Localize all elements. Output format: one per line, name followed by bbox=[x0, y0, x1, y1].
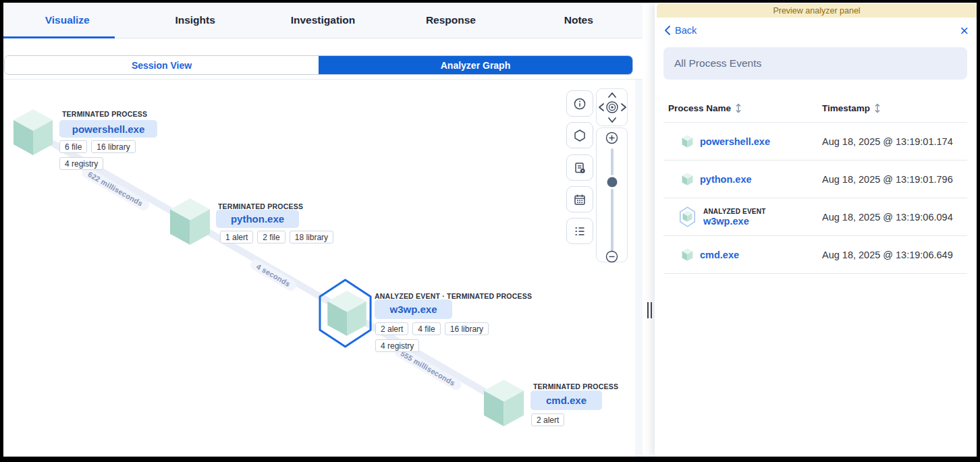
process-link[interactable]: cmd.exe bbox=[700, 250, 739, 260]
plus-circle-icon bbox=[605, 132, 618, 144]
process-cube-icon[interactable] bbox=[12, 109, 54, 156]
node-type-label: TERMINATED PROCESS bbox=[533, 382, 618, 391]
preview-panel-banner: Preview analyzer panel bbox=[657, 3, 977, 18]
process-cube-icon bbox=[682, 173, 693, 185]
table-row: ANALYZED EVENT w3wp.exe Aug 18, 2025 @ 1… bbox=[663, 198, 967, 236]
analyzed-event-label: ANALYZED EVENT bbox=[703, 208, 765, 215]
timestamp: Aug 18, 2025 @ 13:19:01.174 bbox=[822, 136, 953, 147]
zoom-slider-panel bbox=[596, 127, 628, 262]
alert-count-badge[interactable]: 2 alert bbox=[375, 322, 408, 335]
timestamp: Aug 18, 2025 @ 13:19:06.094 bbox=[822, 212, 953, 223]
minus-circle-icon bbox=[605, 250, 618, 263]
hexagon-icon bbox=[573, 129, 587, 142]
session-view-button[interactable]: Session View bbox=[5, 56, 319, 74]
process-name-button[interactable]: powershell.exe bbox=[59, 120, 157, 138]
column-header-process-name[interactable]: Process Name bbox=[663, 103, 822, 113]
view-toggle-group: Session View Analyzer Graph bbox=[4, 55, 633, 75]
process-cube-icon[interactable] bbox=[326, 290, 368, 337]
scrollbar-track[interactable] bbox=[635, 80, 643, 457]
node-badges: 2 alert 4 file 16 library 4 registry bbox=[375, 322, 490, 352]
process-name-button[interactable]: cmd.exe bbox=[530, 391, 602, 410]
node-badges: 6 file 16 library 4 registry bbox=[59, 140, 142, 170]
registry-count-badge[interactable]: 4 registry bbox=[375, 339, 419, 352]
zoom-in-button[interactable] bbox=[605, 132, 618, 144]
node-legend-button[interactable] bbox=[566, 218, 593, 244]
column-label: Process Name bbox=[668, 103, 731, 113]
schema-info-button[interactable] bbox=[566, 90, 593, 117]
node-badges: 2 alert bbox=[531, 413, 564, 426]
column-header-timestamp[interactable]: Timestamp bbox=[822, 103, 881, 113]
sort-arrows-icon bbox=[874, 103, 881, 113]
tab-visualize[interactable]: Visualize bbox=[3, 3, 131, 38]
tab-bar: Visualize Insights Investigation Respons… bbox=[3, 3, 643, 38]
source-config-button[interactable] bbox=[566, 154, 593, 181]
zoom-out-button[interactable] bbox=[605, 250, 618, 263]
file-count-badge[interactable]: 2 file bbox=[257, 231, 285, 243]
tab-notes[interactable]: Notes bbox=[515, 3, 643, 38]
view-toggle-row: Session View Analyzer Graph bbox=[3, 38, 643, 80]
timestamp: Aug 18, 2025 @ 13:19:06.649 bbox=[822, 250, 953, 260]
target-icon bbox=[605, 100, 620, 115]
date-picker-button[interactable] bbox=[566, 186, 593, 212]
alert-count-badge[interactable]: 2 alert bbox=[531, 413, 564, 426]
process-link[interactable]: python.exe bbox=[700, 174, 752, 185]
pan-right-button[interactable] bbox=[621, 103, 626, 111]
document-details-left-section: Visualize Insights Investigation Respons… bbox=[3, 3, 643, 457]
alert-count-badge[interactable]: 1 alert bbox=[220, 231, 253, 243]
pan-left-button[interactable] bbox=[599, 103, 604, 111]
column-label: Timestamp bbox=[822, 103, 870, 113]
library-count-badge[interactable]: 18 library bbox=[290, 231, 333, 243]
file-count-badge[interactable]: 4 file bbox=[412, 322, 440, 335]
node-type-label: TERMINATED PROCESS bbox=[62, 110, 147, 118]
tab-response[interactable]: Response bbox=[387, 3, 514, 38]
panel-title: All Process Events bbox=[663, 47, 967, 80]
chevron-left-icon bbox=[664, 26, 670, 35]
process-events-table: Process Name Timestamp bbox=[663, 94, 967, 274]
panel-header-row: Back × bbox=[655, 25, 977, 42]
tab-investigation[interactable]: Investigation bbox=[259, 3, 387, 38]
calendar-icon bbox=[573, 193, 587, 206]
zoom-slider-track[interactable] bbox=[611, 148, 614, 252]
table-row: cmd.exe Aug 18, 2025 @ 13:19:06.649 bbox=[663, 236, 967, 274]
process-cube-icon bbox=[682, 135, 693, 148]
panel-resize-handle[interactable] bbox=[647, 301, 653, 319]
table-header-row: Process Name Timestamp bbox=[663, 94, 967, 123]
document-gear-icon bbox=[573, 161, 587, 175]
process-link[interactable]: powershell.exe bbox=[700, 136, 770, 147]
analyzer-graph-button[interactable]: Analyzer Graph bbox=[319, 56, 632, 74]
pan-up-button[interactable] bbox=[608, 92, 616, 98]
process-name-button[interactable]: python.exe bbox=[216, 210, 299, 228]
zoom-slider-thumb[interactable] bbox=[607, 177, 617, 187]
process-cube-icon[interactable] bbox=[169, 198, 211, 246]
table-row: python.exe Aug 18, 2025 @ 13:19:01.796 bbox=[663, 161, 967, 198]
analyzed-event-cube-icon bbox=[678, 206, 697, 227]
process-name-button[interactable]: w3wp.exe bbox=[375, 299, 452, 319]
table-row: powershell.exe Aug 18, 2025 @ 13:19:01.1… bbox=[663, 123, 967, 161]
process-cube-icon[interactable] bbox=[483, 378, 525, 428]
back-label: Back bbox=[675, 25, 697, 36]
close-panel-button[interactable]: × bbox=[960, 24, 969, 38]
panel-divider bbox=[643, 3, 655, 457]
process-link[interactable]: w3wp.exe bbox=[703, 216, 765, 227]
timestamp: Aug 18, 2025 @ 13:19:01.796 bbox=[822, 174, 953, 185]
list-icon bbox=[573, 225, 587, 238]
camera-nav-pad bbox=[596, 88, 628, 126]
back-button[interactable]: Back bbox=[664, 25, 697, 36]
app-window: Visualize Insights Investigation Respons… bbox=[0, 0, 980, 462]
file-count-badge[interactable]: 6 file bbox=[59, 140, 87, 153]
pan-down-button[interactable] bbox=[608, 117, 616, 123]
library-count-badge[interactable]: 16 library bbox=[91, 140, 135, 153]
analyzer-graph-canvas[interactable]: 622 milliseconds 4 seconds 555 milliseco… bbox=[3, 80, 643, 457]
sort-arrows-icon bbox=[735, 103, 742, 113]
tab-insights[interactable]: Insights bbox=[131, 3, 258, 38]
registry-count-badge[interactable]: 4 registry bbox=[59, 157, 103, 170]
preview-analyzer-panel: Preview analyzer panel Back × All Proces… bbox=[655, 3, 977, 457]
info-icon bbox=[573, 97, 587, 111]
analyzed-event-button[interactable] bbox=[566, 122, 593, 148]
library-count-badge[interactable]: 16 library bbox=[445, 322, 489, 335]
center-camera-button[interactable] bbox=[605, 100, 620, 115]
node-badges: 1 alert 2 file 18 library bbox=[220, 231, 333, 243]
process-cube-icon bbox=[682, 248, 693, 261]
